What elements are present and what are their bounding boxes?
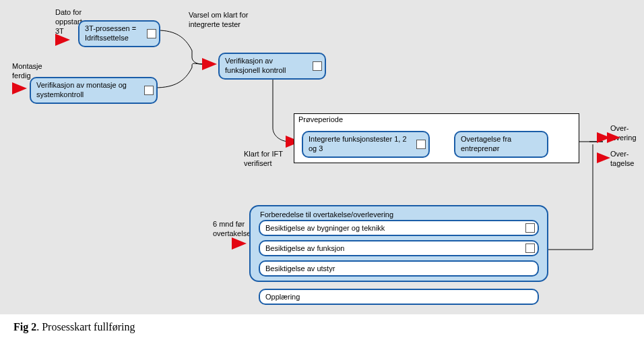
node-label: Opplæring (265, 293, 300, 301)
subprocess-icon (525, 223, 535, 233)
label-varsel-tester: Varsel om klart for integrerte tester (189, 11, 248, 30)
node-besiktigelse-bygninger[interactable]: Besiktigelse av bygninger og teknikk (259, 220, 539, 236)
node-label: 3T-prosessen = Idriftssettelse (85, 24, 136, 42)
node-label: Besiktigelse av bygninger og teknikk (265, 224, 385, 232)
svg-marker-2 (202, 58, 217, 70)
node-integrerte-funksjonstester[interactable]: Integrerte funksjonstester 1, 2 og 3 (302, 131, 430, 158)
subprocess-icon (525, 243, 535, 253)
node-label: Verifikasjon av funksjonell kontroll (225, 57, 286, 74)
caption-prefix: Fig 2 (13, 321, 36, 333)
arrow-icon (597, 152, 610, 163)
figure-caption: Fig 2. Prosesskart fullføring (13, 321, 135, 333)
label-overtagelse: Over- tagelse (610, 150, 634, 169)
node-besiktigelse-funksjon[interactable]: Besiktigelse av funksjon (259, 240, 539, 256)
label-6mnd: 6 mnd før overtakelse (213, 220, 251, 239)
diagram-canvas: Dato for oppstart 3T Varsel om klart for… (0, 0, 644, 314)
caption-text: . Prosesskart fullføring (36, 321, 135, 333)
subprocess-icon (147, 29, 156, 38)
arrow-icon (202, 58, 217, 70)
svg-marker-0 (55, 34, 70, 46)
svg-marker-1 (12, 82, 27, 94)
group-title: Forberedelse til overtakelse/overleverin… (260, 210, 393, 219)
subprocess-icon (416, 140, 426, 149)
subprocess-icon (144, 86, 154, 95)
arrow-icon (232, 237, 247, 250)
arrow-icon (12, 82, 27, 94)
node-label: Overtagelse fra entreprenør (461, 135, 511, 152)
node-opplaering[interactable]: Opplæring (259, 289, 539, 305)
arrow-icon (607, 132, 620, 143)
label-klart-ift: Klart for IFT verifisert (244, 150, 283, 169)
node-label: Besiktigelse av funksjon (265, 244, 344, 252)
node-besiktigelse-utstyr[interactable]: Besiktigelse av utstyr (259, 260, 539, 277)
node-3t-prosessen[interactable]: 3T-prosessen = Idriftssettelse (78, 20, 160, 47)
svg-marker-7 (597, 152, 610, 163)
node-label: Besiktigelse av utstyr (265, 264, 335, 273)
node-overtagelse-entreprenor[interactable]: Overtagelse fra entreprenør (454, 131, 548, 158)
node-label: Verifikasjon av montasje og systemkontro… (36, 81, 127, 98)
arrow-icon (55, 34, 70, 46)
node-label: Integrerte funksjonstester 1, 2 og 3 (309, 135, 407, 152)
subprocess-icon (313, 61, 322, 71)
svg-marker-6 (607, 132, 620, 143)
group-title: Prøveperiode (298, 115, 343, 123)
svg-marker-8 (232, 237, 247, 250)
node-verifikasjon-montasje[interactable]: Verifikasjon av montasje og systemkontro… (30, 77, 158, 104)
node-verifikasjon-funksjonell[interactable]: Verifikasjon av funksjonell kontroll (218, 53, 326, 80)
